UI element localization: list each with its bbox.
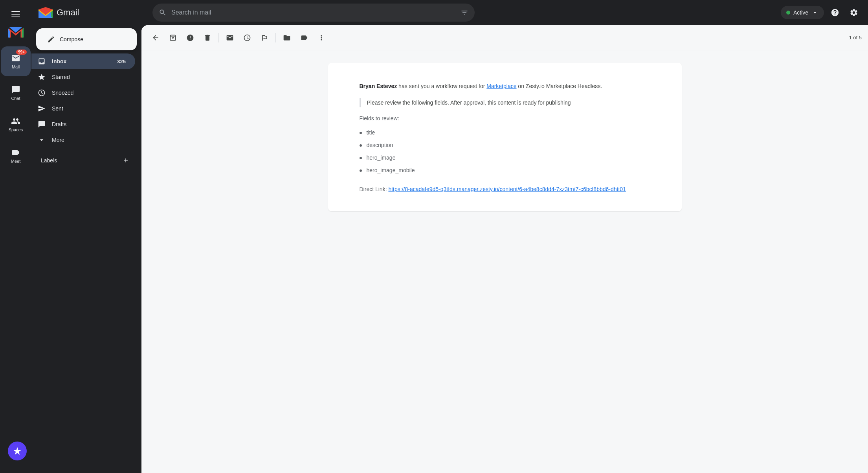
move-to-button[interactable] (279, 30, 295, 46)
nav-chat-label: Chat (11, 96, 20, 101)
sent-label: Sent (52, 105, 126, 112)
active-indicator (786, 11, 790, 15)
sparkle-icon (13, 446, 22, 456)
more-actions-button[interactable] (314, 30, 329, 46)
nav-more[interactable]: More (31, 132, 135, 148)
mail-badge: 99+ (16, 50, 27, 55)
nav-mail-button[interactable]: 99+ Mail (1, 46, 31, 76)
snoozed-label: Snoozed (52, 90, 126, 96)
email-pane: 1 of 5 Bryan Estevez has sent you a work… (141, 25, 868, 473)
help-button[interactable] (827, 5, 843, 20)
help-icon (831, 8, 839, 17)
field-title: title (367, 129, 375, 136)
drafts-label: Drafts (52, 121, 126, 127)
nav-chat-button[interactable]: Chat (1, 78, 31, 108)
sent-icon (38, 105, 46, 112)
direct-link-section: Direct Link: https://8-acadafe9d5-q3tfds… (360, 186, 650, 192)
fields-list: title description hero_image hero_i (360, 126, 650, 177)
search-bar (152, 4, 475, 22)
compose-icon (47, 35, 55, 43)
chevron-down-icon (811, 9, 818, 16)
inbox-icon (38, 57, 46, 65)
inbox-count: 325 (117, 59, 126, 64)
email-content: Bryan Estevez has sent you a workflow re… (328, 63, 682, 211)
bullet-dot (360, 157, 362, 159)
add-label-button[interactable]: + (119, 154, 132, 167)
email-body-area: Bryan Estevez has sent you a workflow re… (141, 50, 868, 473)
gmail-logo (8, 27, 24, 39)
mark-unread-button[interactable] (222, 30, 238, 46)
nav-mail-label: Mail (12, 64, 20, 69)
bullet-dot (360, 144, 362, 147)
back-button[interactable] (148, 30, 163, 46)
active-label: Active (793, 9, 808, 16)
field-hero-image-mobile: hero_image_mobile (367, 167, 415, 173)
nav-spaces-label: Spaces (9, 127, 23, 132)
search-icon (159, 9, 167, 17)
toolbar-divider-1 (218, 33, 219, 42)
main-area: Gmail Active (31, 0, 868, 473)
archive-button[interactable] (165, 30, 181, 46)
add-task-icon (261, 34, 268, 42)
nav-meet-button[interactable]: Meet (1, 141, 31, 171)
direct-link-url[interactable]: https://8-acadafe9d5-q3tfds.manager.zest… (388, 186, 626, 192)
drafts-icon (38, 120, 46, 128)
more-label: More (52, 137, 126, 143)
label-icon (300, 34, 308, 42)
fields-label: Fields to review: (360, 115, 650, 121)
email-toolbar: 1 of 5 (141, 25, 868, 50)
nav-spaces-button[interactable]: Spaces (1, 109, 31, 139)
sender-name: Bryan Estevez (360, 83, 397, 89)
spam-icon (186, 34, 194, 42)
field-description: description (367, 142, 393, 148)
marketplace-link[interactable]: Marketplace (486, 83, 516, 89)
list-item: hero_image_mobile (360, 164, 650, 177)
compose-label: Compose (60, 36, 83, 42)
delete-button[interactable] (200, 30, 215, 46)
list-item: description (360, 139, 650, 151)
nav-inbox[interactable]: Inbox 325 (31, 53, 135, 69)
sparkle-button[interactable] (8, 442, 27, 460)
labels-title: Labels (41, 157, 57, 164)
starred-label: Starred (52, 74, 126, 80)
settings-icon (850, 8, 858, 17)
settings-button[interactable] (846, 5, 862, 20)
sidebar: Compose Inbox 325 Starred (31, 25, 141, 473)
nav-sent[interactable]: Sent (31, 101, 135, 116)
delete-icon (204, 34, 211, 42)
more-vert-icon (317, 34, 325, 42)
brand-area: Gmail (38, 5, 148, 20)
content-row: Compose Inbox 325 Starred (31, 25, 868, 473)
add-task-button[interactable] (257, 30, 272, 46)
nav-starred[interactable]: Starred (31, 69, 135, 85)
back-icon (152, 34, 160, 42)
list-item: hero_image (360, 151, 650, 164)
top-bar-right: Active (781, 5, 862, 20)
label-button[interactable] (296, 30, 312, 46)
search-input[interactable] (171, 9, 456, 16)
labels-section: Labels + (31, 148, 141, 170)
field-hero-image: hero_image (367, 155, 396, 161)
email-intro: has sent you a workflow request for (397, 83, 486, 89)
snooze-icon (243, 34, 251, 42)
email-on-text: on Zesty.io Marketplace Headless. (516, 83, 602, 89)
page-count: 1 of 5 (849, 35, 862, 40)
top-bar: Gmail Active (31, 0, 868, 25)
vertical-nav: 99+ Mail Chat Spaces Meet (0, 0, 31, 473)
toolbar-divider-2 (275, 33, 276, 42)
spam-button[interactable] (182, 30, 198, 46)
snooze-button[interactable] (239, 30, 255, 46)
move-icon (283, 34, 291, 42)
nav-snoozed[interactable]: Snoozed (31, 85, 135, 101)
bullet-dot (360, 169, 362, 172)
inbox-label: Inbox (52, 58, 111, 64)
hamburger-button[interactable] (6, 5, 25, 24)
gmail-m-logo (38, 5, 53, 20)
active-status-button[interactable]: Active (781, 6, 824, 19)
nav-meet-label: Meet (11, 159, 20, 164)
search-filter-icon[interactable] (461, 9, 468, 17)
compose-button[interactable]: Compose (36, 28, 137, 50)
direct-link-label: Direct Link: (360, 186, 389, 192)
more-chevron-icon (38, 136, 46, 144)
nav-drafts[interactable]: Drafts (31, 116, 135, 132)
